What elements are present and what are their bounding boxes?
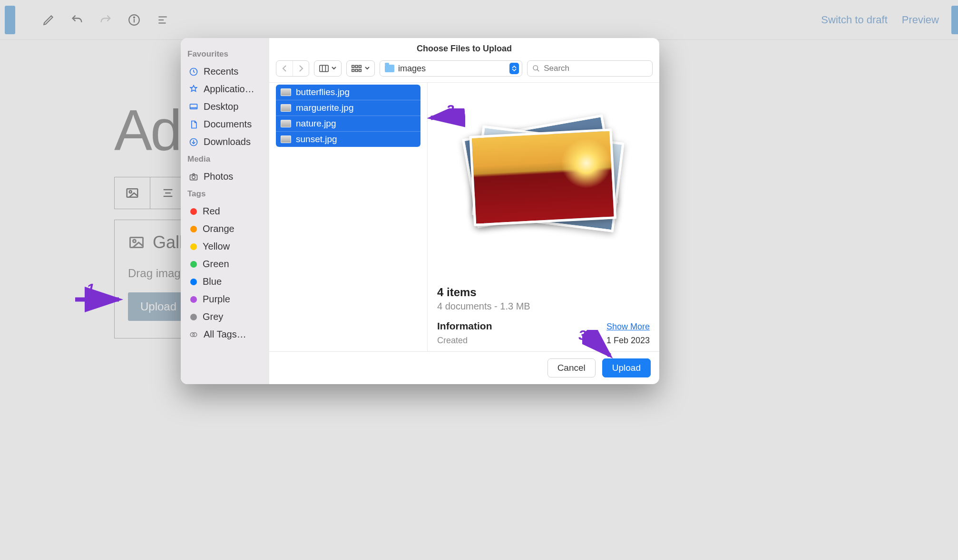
svg-rect-30 [352, 69, 354, 72]
apps-icon [188, 84, 199, 95]
chevron-down-icon [365, 67, 370, 70]
sidebar-item-all-tags[interactable]: All Tags… [186, 326, 264, 343]
sidebar-item-documents[interactable]: Documents [186, 116, 264, 133]
svg-line-34 [537, 69, 539, 71]
folder-icon [385, 65, 394, 72]
sidebar-item-downloads[interactable]: Downloads [186, 133, 264, 151]
file-row[interactable]: nature.jpg [276, 116, 420, 132]
svg-point-21 [192, 175, 196, 179]
sidebar-tag-orange[interactable]: Orange [186, 220, 264, 238]
annotation-arrow-3 [582, 330, 620, 363]
svg-rect-31 [355, 69, 358, 72]
file-list-column: butterflies.jpgmarguerite.jpgnature.jpgs… [269, 83, 428, 351]
sidebar-item-label: Green [203, 259, 229, 270]
sidebar-item-label: Grey [203, 311, 223, 322]
file-row[interactable]: marguerite.jpg [276, 100, 420, 116]
file-row[interactable]: sunset.jpg [276, 132, 420, 147]
preview-thumbnail-stack [463, 102, 625, 249]
finder-toolbar: images [269, 56, 659, 82]
sidebar-tag-purple[interactable]: Purple [186, 290, 264, 308]
sidebar-section-media: Media [186, 154, 264, 164]
nav-back-forward [276, 60, 309, 77]
sidebar-item-desktop[interactable]: Desktop [186, 98, 264, 116]
annotation-arrow-2 [427, 108, 465, 127]
file-thumbnail-icon [281, 88, 291, 96]
sidebar-tag-green[interactable]: Green [186, 255, 264, 273]
svg-line-14 [431, 115, 460, 118]
sidebar-item-label: Applicatio… [204, 84, 254, 95]
forward-button[interactable] [293, 61, 309, 76]
file-thumbnail-icon [281, 135, 291, 143]
search-field[interactable] [527, 60, 653, 77]
file-row[interactable]: butterflies.jpg [276, 85, 420, 100]
sidebar-tag-red[interactable]: Red [186, 203, 264, 220]
sidebar-item-label: Red [203, 206, 220, 217]
sidebar-item-label: All Tags… [204, 329, 246, 340]
search-input[interactable] [544, 64, 647, 73]
tag-dot-icon [190, 261, 197, 268]
tag-dot-icon [190, 208, 197, 215]
file-thumbnail-icon [281, 120, 291, 127]
group-by-button[interactable] [346, 60, 375, 77]
tag-dot-icon [190, 279, 197, 285]
file-thumbnail-icon [281, 104, 291, 112]
download-icon [188, 137, 199, 147]
svg-point-33 [533, 66, 538, 70]
tag-dot-icon [190, 296, 197, 303]
sidebar-item-label: Purple [203, 294, 230, 305]
svg-rect-28 [355, 66, 358, 68]
file-name: butterflies.jpg [296, 87, 350, 97]
sidebar-item-label: Blue [203, 276, 222, 287]
sidebar-item-label: Orange [203, 223, 235, 234]
chevron-down-icon [332, 67, 336, 70]
all-tags-icon [188, 329, 199, 340]
sidebar-section-favourites: Favourites [186, 49, 264, 59]
desktop-icon [188, 102, 199, 112]
camera-icon [188, 172, 199, 182]
clock-icon [188, 67, 199, 77]
sidebar-item-label: Documents [204, 119, 252, 130]
svg-line-15 [588, 335, 610, 356]
sidebar-item-applications[interactable]: Applicatio… [186, 80, 264, 98]
file-name: marguerite.jpg [296, 103, 353, 113]
tag-dot-icon [190, 243, 197, 250]
dialog-title: Choose Files to Upload [269, 38, 659, 56]
svg-rect-29 [359, 66, 362, 68]
path-label: images [398, 64, 426, 74]
info-created-label: Created [437, 336, 468, 346]
sidebar-item-label: Recents [204, 66, 238, 77]
tag-dot-icon [190, 314, 197, 320]
sidebar-item-label: Photos [204, 171, 233, 182]
document-icon [188, 119, 199, 130]
svg-rect-32 [359, 69, 362, 72]
sidebar-tag-blue[interactable]: Blue [186, 273, 264, 290]
file-name: sunset.jpg [296, 134, 337, 145]
finder-sidebar: Favourites Recents Applicatio… Desktop D… [181, 38, 269, 384]
information-heading: Information [437, 320, 492, 332]
annotation-arrow-1 [71, 285, 128, 314]
info-item-count: 4 items [437, 286, 650, 299]
file-name: nature.jpg [296, 118, 336, 129]
view-columns-button[interactable] [314, 60, 342, 77]
sidebar-item-label: Downloads [204, 136, 251, 147]
svg-rect-24 [320, 65, 328, 71]
sidebar-item-label: Desktop [204, 101, 238, 112]
search-icon [532, 64, 540, 73]
sidebar-item-recents[interactable]: Recents [186, 63, 264, 80]
info-item-size: 4 documents - 1.3 MB [437, 301, 650, 312]
back-button[interactable] [276, 61, 293, 76]
sidebar-tag-yellow[interactable]: Yellow [186, 238, 264, 255]
sidebar-tag-grey[interactable]: Grey [186, 308, 264, 326]
path-dropdown[interactable]: images [380, 60, 522, 77]
svg-rect-27 [352, 66, 354, 68]
sidebar-item-photos[interactable]: Photos [186, 168, 264, 185]
path-stepper-icon [509, 63, 519, 74]
sidebar-section-tags: Tags [186, 189, 264, 199]
sidebar-item-label: Yellow [203, 241, 230, 252]
tag-dot-icon [190, 226, 197, 232]
svg-rect-17 [190, 104, 197, 109]
